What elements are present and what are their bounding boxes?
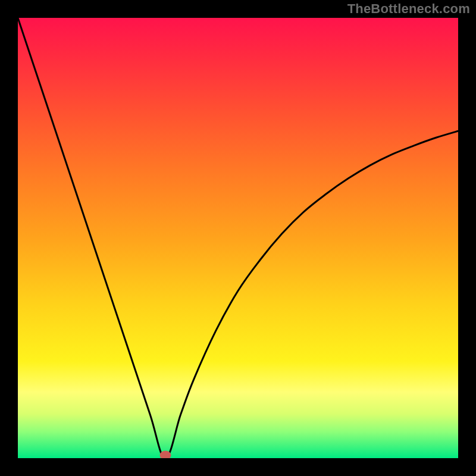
chart-frame: TheBottleneck.com [0, 0, 476, 476]
bottleneck-curve [18, 18, 458, 458]
watermark-text: TheBottleneck.com [347, 1, 470, 17]
plot-area [18, 18, 458, 458]
optimal-marker-icon [160, 451, 171, 459]
